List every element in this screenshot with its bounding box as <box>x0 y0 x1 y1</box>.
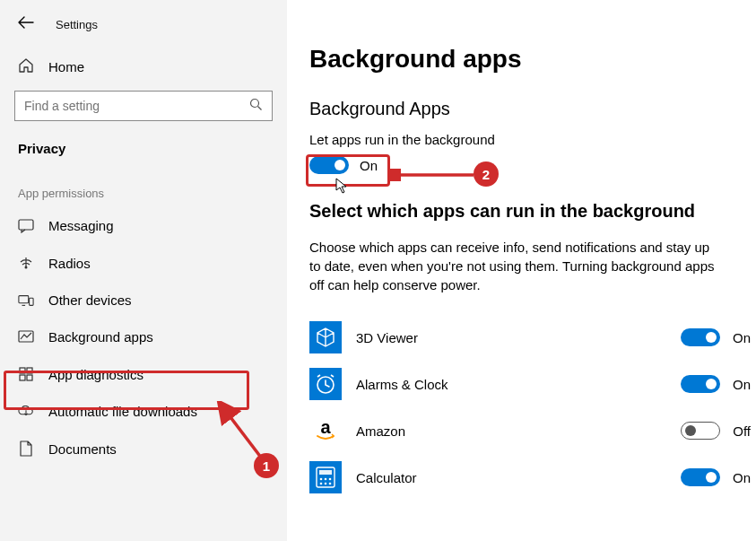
apps-section-heading: Select which apps can run in the backgro… <box>309 201 756 222</box>
sidebar-item-label: Other devices <box>48 292 132 308</box>
app-toggle-state: Off <box>733 423 751 439</box>
back-icon[interactable] <box>18 16 34 32</box>
svg-rect-8 <box>20 368 25 373</box>
sidebar-item-background-apps[interactable]: Background apps <box>0 318 287 355</box>
sidebar-item-label: Messaging <box>48 218 114 233</box>
svg-rect-5 <box>30 298 34 305</box>
sidebar-item-automatic-downloads[interactable]: Automatic file downloads <box>0 393 287 430</box>
annotation-badge-1: 1 <box>254 453 279 478</box>
app-row-alarms-clock: Alarms & Clock On <box>309 361 756 407</box>
search-input[interactable] <box>14 91 273 121</box>
sidebar-item-label: Automatic file downloads <box>48 404 197 419</box>
app-name: Calculator <box>356 470 666 485</box>
devices-icon <box>18 293 34 308</box>
app-toggle-alarms-clock[interactable] <box>681 375 720 393</box>
sidebar-item-label: Documents <box>48 441 117 457</box>
svg-point-16 <box>320 478 323 481</box>
sidebar-section-label: App permissions <box>0 178 287 207</box>
svg-point-19 <box>320 483 323 485</box>
app-name: Amazon <box>356 423 666 439</box>
window-title: Settings <box>56 18 98 31</box>
app-name: Alarms & Clock <box>356 377 666 392</box>
background-icon <box>18 330 34 345</box>
master-toggle-label: Let apps run in the background <box>309 132 756 147</box>
app-name: 3D Viewer <box>356 330 666 345</box>
svg-point-20 <box>325 483 327 485</box>
svg-text:a: a <box>320 418 331 437</box>
app-toggle-3d-viewer[interactable] <box>681 328 720 346</box>
svg-rect-4 <box>19 295 29 302</box>
svg-rect-10 <box>20 375 25 380</box>
svg-point-18 <box>329 478 332 481</box>
svg-rect-15 <box>319 470 332 475</box>
annotation-badge-2: 2 <box>474 161 499 187</box>
sidebar-item-other-devices[interactable]: Other devices <box>0 282 287 318</box>
apps-section-description: Choose which apps can receive info, send… <box>309 238 717 294</box>
message-icon <box>18 219 34 233</box>
sub-title: Background Apps <box>309 99 756 119</box>
app-toggle-calculator[interactable] <box>681 468 720 486</box>
sidebar-item-radios[interactable]: Radios <box>0 244 287 282</box>
svg-line-1 <box>258 107 262 110</box>
sidebar-item-label: Radios <box>48 256 91 271</box>
app-row-calculator: Calculator On <box>309 454 756 501</box>
app-icon-alarms-clock <box>309 368 342 400</box>
app-toggle-state: On <box>733 470 751 485</box>
home-nav[interactable]: Home <box>0 50 287 91</box>
radio-icon <box>18 255 34 271</box>
sidebar-item-label: App diagnostics <box>48 367 143 382</box>
app-toggle-amazon[interactable] <box>681 422 720 440</box>
sidebar: Settings Home Privacy App permissions Me… <box>0 0 287 541</box>
diagnostics-icon <box>18 366 34 382</box>
search-icon <box>249 98 263 114</box>
sidebar-item-label: Background apps <box>48 329 153 345</box>
svg-point-0 <box>251 100 259 108</box>
app-toggle-state: On <box>733 377 751 392</box>
home-icon <box>18 57 34 76</box>
category-label: Privacy <box>0 137 287 178</box>
sidebar-item-messaging[interactable]: Messaging <box>0 207 287 244</box>
app-row-amazon: a Amazon Off <box>309 407 756 454</box>
svg-rect-11 <box>27 375 32 380</box>
master-toggle[interactable] <box>309 156 349 174</box>
app-icon-amazon: a <box>309 414 342 447</box>
app-row-3d-viewer: 3D Viewer On <box>309 314 756 361</box>
app-toggle-state: On <box>733 330 751 345</box>
search-field[interactable] <box>24 99 249 113</box>
document-icon <box>18 441 34 457</box>
app-icon-3d-viewer <box>309 321 342 353</box>
main-panel: Background apps Background Apps Let apps… <box>309 0 756 501</box>
page-title: Background apps <box>309 45 756 74</box>
svg-rect-9 <box>27 368 32 373</box>
svg-point-17 <box>325 478 327 481</box>
svg-point-21 <box>329 483 332 485</box>
sidebar-item-documents[interactable]: Documents <box>0 430 287 467</box>
sidebar-item-app-diagnostics[interactable]: App diagnostics <box>0 355 287 393</box>
app-icon-calculator <box>309 461 342 493</box>
download-icon <box>18 406 34 418</box>
home-label: Home <box>48 59 84 74</box>
master-toggle-state: On <box>360 158 378 173</box>
svg-rect-2 <box>19 220 33 230</box>
